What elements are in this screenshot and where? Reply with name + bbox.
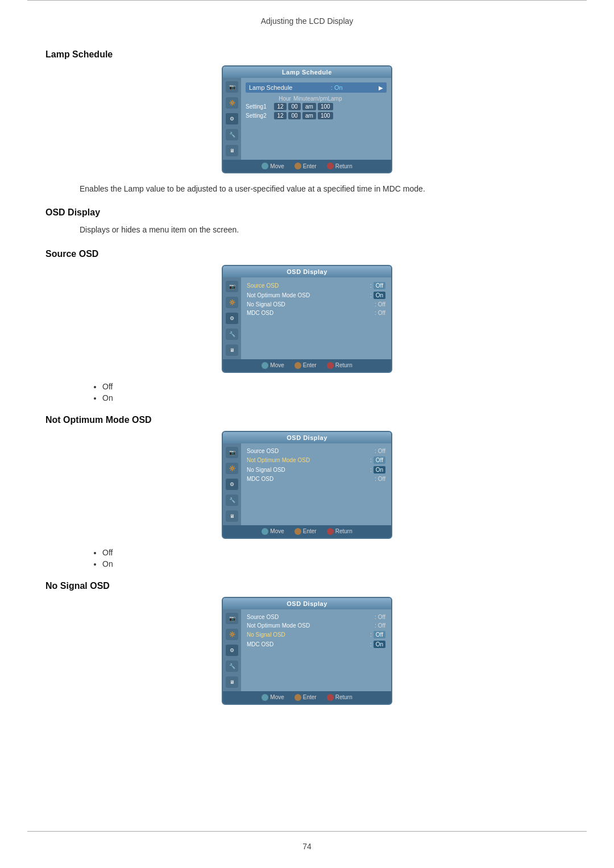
footer-return: Return [327, 163, 352, 169]
icon-settings-3: ⚙ [226, 479, 238, 490]
not-opt-row-1: Source OSD : Off [246, 448, 387, 454]
source-osd-sidebar: 📷 🔆 ⚙ 🔧 🖥 [223, 277, 241, 359]
return-icon-4 [327, 694, 334, 701]
no-signal-title: No Signal OSD [45, 581, 569, 591]
footer-move-4: Move [262, 694, 284, 701]
icon-display-3: 🖥 [226, 510, 238, 522]
page-header: Adjusting the LCD Display [27, 6, 587, 31]
return-icon [327, 163, 334, 169]
enter-icon-2 [294, 362, 301, 369]
footer-enter: Enter [294, 163, 317, 169]
not-optimum-main: Source OSD : Off Not Optimum Mode OSD : … [241, 443, 391, 525]
icon-settings-2: ⚙ [226, 313, 238, 324]
not-optimum-footer: Move Enter Return [223, 525, 391, 538]
not-opt-row-4: MDC OSD : Off [246, 476, 387, 482]
lamp-schedule-main: Lamp Schedule : On ▶ Hour Minute am/pm L… [241, 78, 391, 160]
source-osd-bullets: Off On [102, 382, 569, 402]
setting2-ampm: am [302, 112, 316, 119]
lamp-schedule-title: Lamp Schedule [45, 49, 569, 60]
osd-source-label-3: Source OSD [247, 614, 373, 620]
footer-enter-4: Enter [294, 694, 317, 701]
icon-camera-4: 📷 [226, 613, 238, 624]
main-content: Lamp Schedule Lamp Schedule 📷 🔆 ⚙ 🔧 🖥 La… [0, 31, 614, 759]
source-osd-row-1: Source OSD : Off [246, 282, 387, 289]
icon-camera-2: 📷 [226, 281, 238, 292]
no-signal-main: Source OSD : Off Not Optimum Mode OSD : … [241, 609, 391, 691]
source-osd-ui: OSD Display 📷 🔆 ⚙ 🔧 🖥 Source OSD : Off N… [222, 265, 392, 373]
col-ampm: am/pm [310, 95, 326, 102]
table-row: Setting2 12 00 am 100 [246, 112, 387, 119]
setting1-label: Setting1 [246, 103, 274, 110]
osd-not-optimum-label-2: Not Optimum Mode OSD [247, 457, 368, 463]
osd-mdc-value-3: On [374, 641, 385, 648]
osd-not-optimum-value-3: Off [378, 622, 385, 629]
source-osd-title: Source OSD [45, 249, 569, 259]
setting1-minute: 00 [288, 103, 301, 110]
osd-not-optimum-value: On [374, 292, 385, 299]
setting2-minute: 00 [288, 112, 301, 119]
lamp-schedule-titlebar: Lamp Schedule [223, 67, 391, 78]
source-osd-titlebar: OSD Display [223, 266, 391, 277]
page-footer: 74 [27, 831, 587, 857]
osd-source-value: Off [374, 282, 385, 289]
lamp-schedule-footer: Move Enter Return [223, 160, 391, 172]
setting1-ampm: am [302, 103, 316, 110]
icon-display-4: 🖥 [226, 676, 238, 688]
no-sig-row-4: MDC OSD : On [246, 641, 387, 648]
enter-icon [294, 163, 301, 169]
footer-return-4: Return [327, 694, 352, 701]
lamp-schedule-sidebar: 📷 🔆 ⚙ 🔧 🖥 [223, 78, 241, 160]
icon-brightness-4: 🔆 [226, 629, 238, 640]
icon-brightness-2: 🔆 [226, 297, 238, 308]
osd-source-value-3: Off [378, 614, 385, 620]
not-optimum-titlebar: OSD Display [223, 432, 391, 443]
osd-mdc-label-2: MDC OSD [247, 476, 373, 482]
osd-display-desc: Displays or hides a menu item on the scr… [80, 223, 569, 236]
lamp-schedule-menu-label: Lamp Schedule [249, 84, 292, 91]
col-minute: Minute [293, 95, 310, 102]
lamp-schedule-menu-row: Lamp Schedule : On ▶ [246, 82, 387, 93]
not-opt-row-3: No Signal OSD : On [246, 466, 387, 474]
osd-source-value-2: Off [378, 448, 385, 454]
no-signal-ui: OSD Display 📷 🔆 ⚙ 🔧 🖥 Source OSD : Off N… [222, 597, 392, 705]
source-osd-row-2: Not Optimum Mode OSD : On [246, 292, 387, 299]
footer-enter-2: Enter [294, 362, 317, 369]
setting1-lamp: 100 [318, 103, 333, 110]
osd-no-signal-label-2: No Signal OSD [247, 467, 368, 473]
icon-camera-3: 📷 [226, 447, 238, 458]
source-osd-footer: Move Enter Return [223, 359, 391, 372]
setting2-lamp: 100 [318, 112, 333, 119]
lamp-schedule-arrow: ▶ [379, 85, 383, 91]
bullet-off-2: Off [102, 548, 569, 557]
bullet-on-2: On [102, 559, 569, 568]
return-icon-3 [327, 528, 334, 535]
osd-mdc-value-2: Off [378, 476, 385, 482]
move-icon-3 [262, 528, 268, 535]
osd-source-label-2: Source OSD [247, 448, 373, 454]
no-signal-sidebar: 📷 🔆 ⚙ 🔧 🖥 [223, 609, 241, 691]
osd-no-signal-value-2: On [374, 466, 385, 474]
table-row: Setting1 12 00 am 100 [246, 103, 387, 110]
lamp-schedule-ui: Lamp Schedule 📷 🔆 ⚙ 🔧 🖥 Lamp Schedule : … [222, 65, 392, 173]
enter-icon-3 [294, 528, 301, 535]
icon-config-4: 🔧 [226, 661, 238, 672]
not-optimum-sidebar: 📷 🔆 ⚙ 🔧 🖥 [223, 443, 241, 525]
footer-move-2: Move [262, 362, 284, 369]
icon-settings-4: ⚙ [226, 645, 238, 656]
osd-not-optimum-label: Not Optimum Mode OSD [247, 292, 368, 298]
osd-mdc-label-3: MDC OSD [247, 641, 368, 647]
no-signal-footer: Move Enter Return [223, 691, 391, 704]
icon-brightness: 🔆 [226, 97, 238, 109]
osd-no-signal-label-3: No Signal OSD [247, 632, 368, 638]
not-optimum-bullets: Off On [102, 548, 569, 568]
return-icon-2 [327, 362, 334, 369]
lamp-schedule-desc: Enables the Lamp value to be adjusted to… [80, 182, 569, 195]
icon-display-2: 🖥 [226, 344, 238, 356]
footer-move-3: Move [262, 528, 284, 535]
osd-mdc-label: MDC OSD [247, 310, 373, 316]
footer-move: Move [262, 163, 284, 169]
icon-display: 🖥 [226, 145, 238, 156]
icon-settings: ⚙ [226, 113, 238, 124]
move-icon [262, 163, 268, 169]
lamp-schedule-menu-value: : On [331, 84, 343, 91]
